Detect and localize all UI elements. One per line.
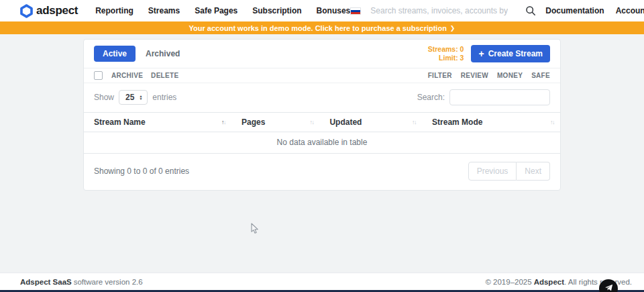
showing-entries-info: Showing 0 to 0 of 0 entries [94,166,189,176]
column-header-stream-mode[interactable]: Stream Mode ↑↓ [422,113,560,132]
logo-text: adspect [36,4,78,17]
create-stream-button[interactable]: + Create Stream [471,45,550,62]
toggle-money[interactable]: MONEY [497,72,523,79]
column-header-updated[interactable]: Updated ↑↓ [319,113,422,132]
streams-toolbar: Active Archived Streams: 0 Limit: 3 + Cr… [84,40,560,68]
sort-icon: ↑↓ [309,119,313,126]
table-search-control: Search: [417,89,550,105]
header-right-cluster: Documentation Account Sign Out [350,5,644,16]
table-controls: Show 25 ▲▼ entries Search: [84,83,560,112]
nav-item-safe-pages[interactable]: Safe Pages [195,6,237,15]
pagination: Previous Next [468,162,550,181]
main-nav: Reporting Streams Safe Pages Subscriptio… [95,6,350,15]
streams-card: Active Archived Streams: 0 Limit: 3 + Cr… [83,39,561,191]
top-header: adspect Reporting Streams Safe Pages Sub… [0,0,644,21]
chevron-right-icon: ❯ [450,25,455,32]
page-size-value: 25 [125,93,134,102]
plus-icon: + [478,49,484,58]
link-documentation[interactable]: Documentation [545,6,604,15]
entries-label: entries [152,93,176,102]
tab-archived[interactable]: Archived [146,49,180,58]
mouse-cursor [251,223,259,237]
nav-item-subscription[interactable]: Subscription [252,6,301,15]
table-search-label: Search: [417,93,445,102]
link-account[interactable]: Account [616,6,644,15]
column-toggles: FILTER REVIEW MONEY SAFE [428,72,550,79]
column-header-pages[interactable]: Pages ↑↓ [231,113,319,132]
sort-icon: ↑↓ [221,119,225,126]
page-footer: Adspect SaaSsoftware version 2.6 © 2019–… [0,273,644,290]
sort-icon: ↑↓ [412,119,416,126]
demo-banner-text: Your account works in demo mode. Click h… [189,24,447,32]
show-label: Show [94,93,114,102]
select-arrows-icon: ▲▼ [139,95,142,100]
footer-version: Adspect SaaSsoftware version 2.6 [20,278,143,286]
sort-icon: ↑↓ [550,119,554,126]
page-size-control: Show 25 ▲▼ entries [94,90,176,105]
tab-active[interactable]: Active [94,46,136,62]
nav-item-bonuses[interactable]: Bonuses [317,6,351,15]
previous-page-button[interactable]: Previous [468,162,517,181]
search-icon[interactable] [525,5,536,16]
toggle-safe[interactable]: SAFE [531,72,550,79]
empty-table-row: No data available in table [84,132,560,154]
page-size-select[interactable]: 25 ▲▼ [119,90,148,105]
nav-item-reporting[interactable]: Reporting [95,6,133,15]
next-page-button[interactable]: Next [517,162,550,181]
header-links: Documentation Account Sign Out [545,6,644,15]
column-header-stream-name[interactable]: Stream Name ↑↓ [84,113,231,132]
toggle-filter[interactable]: FILTER [428,72,452,79]
adspect-logo[interactable]: adspect [20,4,78,18]
telegram-plane-icon [604,283,614,292]
demo-mode-banner[interactable]: Your account works in demo mode. Click h… [0,21,644,34]
create-stream-label: Create Stream [488,49,543,58]
nav-item-streams[interactable]: Streams [148,6,180,15]
bulk-actions-row: ARCHIVE DELETE FILTER REVIEW MONEY SAFE [84,68,560,83]
table-header-row: Stream Name ↑↓ Pages ↑↓ Updated ↑↓ [84,113,560,132]
streams-limit: Limit: 3 [428,54,464,62]
stream-limits: Streams: 0 Limit: 3 [428,45,464,62]
select-all-checkbox[interactable] [94,71,103,80]
table-footer: Showing 0 to 0 of 0 entries Previous Nex… [84,154,560,190]
main-content: Active Archived Streams: 0 Limit: 3 + Cr… [0,34,644,273]
toggle-review[interactable]: REVIEW [461,72,488,79]
bulk-archive-button[interactable]: ARCHIVE [111,72,143,79]
russian-flag-icon[interactable] [350,7,361,15]
empty-table-message: No data available in table [84,132,560,154]
table-search-input[interactable] [449,89,550,105]
streams-count: Streams: 0 [428,45,464,54]
streams-table: Stream Name ↑↓ Pages ↑↓ Updated ↑↓ [84,112,560,154]
toolbar-right: Streams: 0 Limit: 3 + Create Stream [428,45,550,62]
adspect-hexagon-icon [20,4,33,18]
global-search-input[interactable] [370,6,508,15]
bulk-delete-button[interactable]: DELETE [151,72,178,79]
